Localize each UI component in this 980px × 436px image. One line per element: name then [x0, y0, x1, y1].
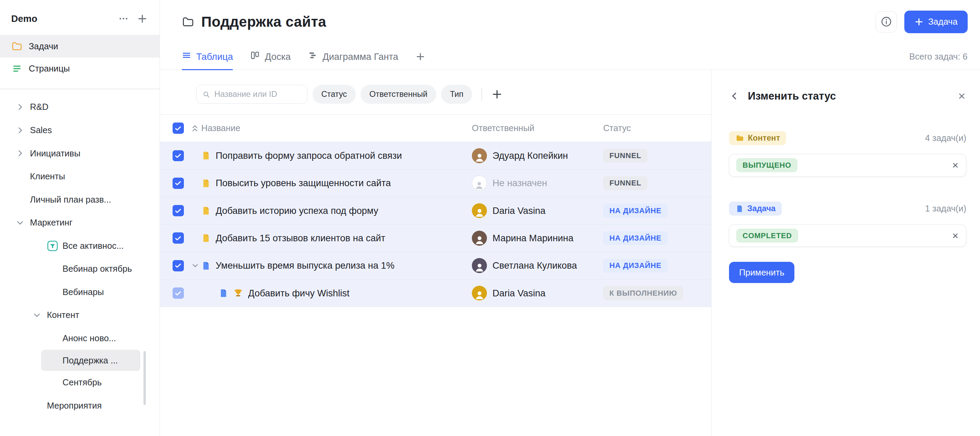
- sidebar-item-rd[interactable]: R&D: [0, 95, 159, 119]
- back-button[interactable]: [729, 91, 739, 101]
- filter-type[interactable]: Тип: [441, 85, 472, 104]
- column-header-assignee[interactable]: Ответственный: [472, 123, 603, 133]
- assignee-cell[interactable]: Эдуард Копейкин: [472, 148, 603, 163]
- sidebar-scrollbar[interactable]: [143, 351, 146, 405]
- row-checkbox[interactable]: [173, 260, 184, 271]
- sidebar-item-personal-plan[interactable]: Личный план разв...: [0, 188, 159, 211]
- tree-item-label: Сентябрь: [63, 377, 102, 387]
- chevron-down-icon[interactable]: [15, 218, 25, 227]
- assignee-cell[interactable]: Daria Vasina: [472, 203, 603, 218]
- close-button[interactable]: [958, 92, 966, 101]
- row-checkbox[interactable]: [173, 232, 184, 244]
- sidebar-item-sales[interactable]: Sales: [0, 119, 159, 142]
- ellipsis-icon: [118, 14, 129, 24]
- chevron-right-icon[interactable]: [15, 149, 25, 158]
- sidebar-item-initiatives[interactable]: Инициативы: [0, 142, 159, 165]
- assignee-name: Эдуард Копейкин: [492, 150, 568, 161]
- assignee-cell[interactable]: Марина Маринина: [472, 231, 603, 246]
- select-all-checkbox[interactable]: [173, 122, 184, 134]
- assignee-cell[interactable]: Светлана Куликова: [472, 258, 603, 273]
- info-button[interactable]: [875, 11, 897, 33]
- new-task-button[interactable]: Задача: [904, 11, 967, 33]
- status-cell: НА ДИЗАЙНЕ: [603, 259, 711, 273]
- table-row[interactable]: Повысить уровень защищенности сайта Не н…: [160, 170, 711, 197]
- total-tasks-label: Всего задач: 6: [909, 52, 967, 62]
- status-badge[interactable]: НА ДИЗАЙНЕ: [603, 231, 668, 246]
- sidebar-item-marketing[interactable]: Маркетинг: [0, 211, 159, 235]
- view-tabs: Таблица Доска Диаграмма Ганта Всего зада…: [160, 44, 980, 70]
- table-row[interactable]: Поправить форму запроса обратной связи Э…: [160, 142, 711, 170]
- sidebar-item-webinars[interactable]: Вебинары: [0, 280, 159, 304]
- status-badge[interactable]: FUNNEL: [603, 176, 648, 190]
- expand-chevron-icon[interactable]: [189, 262, 201, 270]
- status-select[interactable]: COMPLETED: [729, 225, 966, 247]
- status-cell: FUNNEL: [603, 176, 711, 190]
- doc-icon: [201, 233, 211, 243]
- remove-status-icon[interactable]: [951, 232, 959, 239]
- sidebar-item-news-announce[interactable]: Анонс ново...: [0, 327, 159, 350]
- tab-table[interactable]: Таблица: [182, 44, 233, 70]
- workspace-add-button[interactable]: [136, 13, 149, 25]
- status-badge[interactable]: К ВЫПОЛНЕНИЮ: [603, 286, 683, 300]
- tab-board[interactable]: Доска: [250, 44, 291, 70]
- row-checkbox[interactable]: [173, 178, 184, 189]
- task-title[interactable]: Поправить форму запроса обратной связи: [216, 150, 402, 161]
- new-task-label: Задача: [928, 17, 958, 27]
- filter-status[interactable]: Статус: [313, 85, 356, 104]
- row-checkbox[interactable]: [173, 205, 184, 216]
- search-box[interactable]: [196, 85, 307, 104]
- status-select[interactable]: ВЫПУЩЕНО: [729, 154, 966, 177]
- row-checkbox[interactable]: [173, 150, 184, 162]
- task-count-label: 1 задач(и): [925, 204, 966, 214]
- sidebar-item-webinar-october[interactable]: Вебинар октябрь: [0, 257, 159, 281]
- sidebar-item-content[interactable]: Контент: [0, 304, 159, 327]
- status-badge[interactable]: НА ДИЗАЙНЕ: [603, 204, 668, 218]
- row-checkbox[interactable]: [173, 287, 184, 299]
- header-actions: Задача: [875, 11, 967, 33]
- sidebar-item-all-activities[interactable]: Все активнос...: [0, 234, 159, 257]
- project-type-badge: Контент: [729, 131, 786, 146]
- sidebar-item-tasks[interactable]: Задачи: [0, 35, 159, 57]
- tree-item-label: Вебинары: [63, 287, 104, 297]
- table-row[interactable]: Уменьшить время выпуска релиза на 1% Све…: [160, 252, 711, 280]
- chevron-right-icon[interactable]: [15, 126, 25, 135]
- tab-gantt[interactable]: Диаграмма Ганта: [308, 44, 398, 70]
- plus-icon: [492, 89, 502, 100]
- tree-item-label: Личный план разв...: [30, 195, 111, 205]
- add-view-button[interactable]: [416, 52, 425, 61]
- doc-icon: [735, 205, 744, 213]
- table-area: Статус Ответственный Тип Название Ответс…: [160, 70, 711, 436]
- status-badge[interactable]: НА ДИЗАЙНЕ: [603, 259, 668, 273]
- plus-icon: [416, 52, 425, 61]
- add-filter-button[interactable]: [492, 89, 502, 100]
- task-title[interactable]: Добавить 15 отзывов клиентов на сайт: [216, 233, 385, 244]
- sidebar-item-pages[interactable]: Страницы: [0, 57, 159, 80]
- task-title[interactable]: Уменьшить время выпуска релиза на 1%: [216, 260, 395, 271]
- status-badge[interactable]: FUNNEL: [603, 149, 648, 163]
- sidebar-item-site-support[interactable]: Поддержка ...: [41, 350, 140, 371]
- column-header-status[interactable]: Статус: [603, 123, 711, 133]
- sidebar-item-september[interactable]: Сентябрь: [0, 371, 159, 394]
- apply-button[interactable]: Применить: [729, 262, 794, 283]
- task-title[interactable]: Добавить фичу Wishlist: [248, 288, 350, 299]
- tab-label: Диаграмма Ганта: [323, 51, 398, 62]
- chevron-right-icon[interactable]: [15, 103, 25, 112]
- remove-status-icon[interactable]: [951, 162, 959, 169]
- sidebar-item-clients[interactable]: Клиенты: [0, 165, 159, 188]
- table-row[interactable]: Добавить историю успеха под форму Daria …: [160, 197, 711, 225]
- assignee-cell[interactable]: Daria Vasina: [472, 286, 603, 301]
- task-title[interactable]: Добавить историю успеха под форму: [216, 205, 379, 216]
- column-header-name[interactable]: Название: [201, 123, 472, 133]
- table-row[interactable]: Добавить 15 отзывов клиентов на сайт Мар…: [160, 225, 711, 252]
- page-title: Поддержка сайта: [201, 14, 326, 30]
- search-input[interactable]: [214, 90, 301, 99]
- sort-icon[interactable]: [189, 125, 201, 132]
- sidebar-item-events[interactable]: Мероприятия: [0, 394, 159, 417]
- task-title[interactable]: Повысить уровень защищенности сайта: [216, 178, 391, 189]
- table-row-subtask[interactable]: Добавить фичу Wishlist Daria Vasina К ВЫ…: [160, 280, 711, 307]
- divider: [481, 88, 482, 101]
- chevron-down-icon[interactable]: [32, 311, 42, 320]
- workspace-menu-button[interactable]: [117, 13, 130, 25]
- filter-assignee[interactable]: Ответственный: [361, 85, 436, 104]
- assignee-cell[interactable]: Не назначен: [472, 176, 603, 190]
